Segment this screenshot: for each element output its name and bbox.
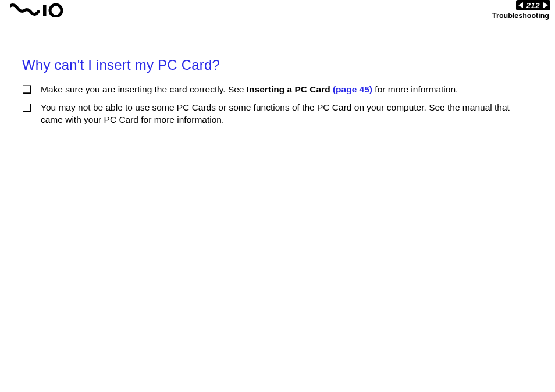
page-heading: Why can't I insert my PC Card? (22, 57, 533, 73)
text-segment: for more information. (372, 84, 458, 94)
list-item: ❑ You may not be able to use some PC Car… (22, 102, 533, 126)
bullet-text: Make sure you are inserting the card cor… (41, 84, 533, 96)
page-content: Why can't I insert my PC Card? ❑ Make su… (0, 23, 555, 126)
svg-rect-0 (43, 5, 47, 16)
bullet-marker-icon: ❑ (22, 84, 31, 95)
prev-page-arrow-icon[interactable] (518, 2, 523, 8)
vaio-logo (10, 3, 66, 17)
page-reference-link[interactable]: (page 45) (333, 84, 372, 94)
bullet-text: You may not be able to use some PC Cards… (41, 102, 533, 126)
bullet-marker-icon: ❑ (22, 102, 31, 113)
svg-point-1 (50, 5, 62, 16)
page-navigator: 212 (516, 0, 550, 10)
bullet-list: ❑ Make sure you are inserting the card c… (22, 84, 533, 126)
header-nav-block: 212 Troubleshooting (492, 0, 550, 20)
page-header: 212 Troubleshooting (5, 0, 550, 23)
bold-text: Inserting a PC Card (247, 84, 333, 94)
page-number: 212 (525, 1, 541, 10)
next-page-arrow-icon[interactable] (543, 2, 548, 8)
text-segment: You may not be able to use some PC Cards… (41, 102, 510, 124)
text-segment: Make sure you are inserting the card cor… (41, 84, 247, 94)
section-title: Troubleshooting (492, 12, 549, 20)
list-item: ❑ Make sure you are inserting the card c… (22, 84, 533, 96)
